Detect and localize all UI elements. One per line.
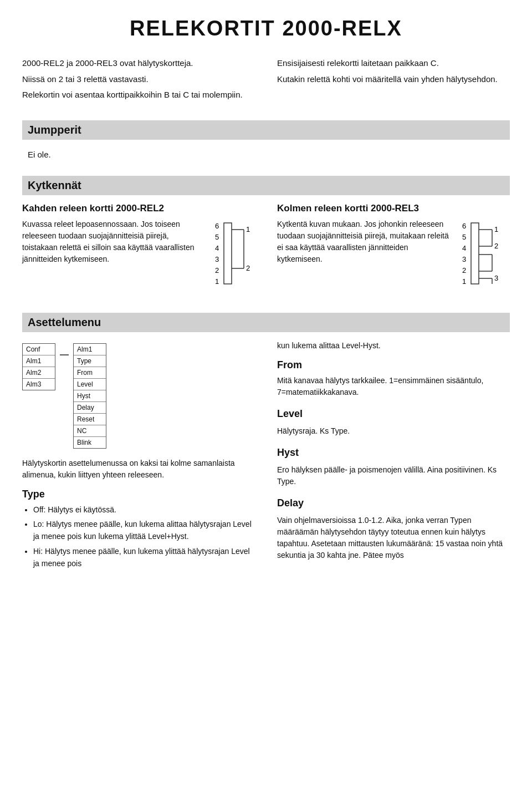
svg-text:3: 3 bbox=[462, 255, 466, 263]
main-right: kun lukema alittaa Level-Hyst. From Mitä… bbox=[277, 340, 510, 572]
intro-section: 2000-REL2 ja 2000-REL3 ovat hälytyskortt… bbox=[22, 57, 510, 105]
svg-text:4: 4 bbox=[215, 244, 219, 252]
rel3-title: Kolmen releen kortti 2000-REL3 bbox=[277, 203, 510, 214]
intro-right-p2: Kutakin relettä kohti voi määritellä vai… bbox=[277, 73, 510, 86]
menu-item-from: From bbox=[74, 367, 106, 379]
rel2-inner: Kuvassa releet lepoasennossaan. Jos tois… bbox=[22, 218, 255, 291]
intro-right: Ensisijaisesti relekortti laitetaan paik… bbox=[277, 57, 510, 105]
delay-text: Vain ohjelmaversioissa 1.0-1.2. Aika, jo… bbox=[277, 515, 510, 561]
svg-text:5: 5 bbox=[462, 233, 466, 241]
menu-item-alm2: Alm2 bbox=[23, 367, 55, 379]
rel3-text: Kytkentä kuvan mukaan. Jos johonkin rele… bbox=[277, 218, 451, 265]
asettelumenu-desc: Hälytyskortin asettelumenussa on kaksi t… bbox=[22, 457, 255, 481]
rel3-intro: Kytkentä kuvan mukaan. bbox=[277, 220, 362, 228]
jumpperit-section: Jumpperit Ei ole. bbox=[22, 120, 510, 165]
svg-text:2: 2 bbox=[462, 266, 466, 274]
menu-item-type: Type bbox=[74, 355, 106, 367]
svg-text:3: 3 bbox=[494, 274, 498, 282]
asettelumenu-section: Asettelumenu Conf Alm1 Alm2 Alm3 bbox=[22, 313, 510, 572]
type-bullet-0: Off: Hälytys ei käytössä. bbox=[33, 504, 255, 516]
svg-rect-6 bbox=[224, 223, 232, 284]
rel2-title: Kahden releen kortti 2000-REL2 bbox=[22, 203, 255, 214]
kytkennät-header: Kytkennät bbox=[22, 176, 510, 195]
svg-text:2: 2 bbox=[215, 266, 219, 274]
menu-diagram: Conf Alm1 Alm2 Alm3 Alm1 Type From Le bbox=[22, 343, 106, 449]
rel2-block: Kahden releen kortti 2000-REL2 Kuvassa r… bbox=[22, 203, 255, 296]
kytkennät-content: Kahden releen kortti 2000-REL2 Kuvassa r… bbox=[22, 203, 510, 302]
kytkennät-section: Kytkennät Kahden releen kortti 2000-REL2… bbox=[22, 176, 510, 302]
main-left: Conf Alm1 Alm2 Alm3 Alm1 Type From Le bbox=[22, 340, 255, 572]
jumpperit-header: Jumpperit bbox=[22, 120, 510, 140]
main-two-col: Conf Alm1 Alm2 Alm3 Alm1 Type From Le bbox=[22, 340, 510, 572]
hyst-text: Ero hälyksen päälle- ja poismenojen väli… bbox=[277, 464, 510, 487]
menu-box-right: Alm1 Type From Level Hyst Delay Reset NC… bbox=[73, 343, 106, 449]
hyst-title: Hyst bbox=[277, 445, 510, 461]
type-bullet-1: Lo: Hälytys menee päälle, kun lukema ali… bbox=[33, 518, 255, 543]
menu-item-blink: Blink bbox=[74, 437, 106, 448]
svg-text:1: 1 bbox=[462, 277, 466, 286]
svg-text:1: 1 bbox=[246, 225, 250, 233]
from-text: Mitä kanavaa hälytys tarkkailee. 1=ensim… bbox=[277, 375, 510, 398]
page-title: RELEKORTIT 2000-RELX bbox=[22, 17, 510, 40]
rel3-diagram: 6 5 4 3 2 1 bbox=[460, 218, 510, 296]
type-title: Type bbox=[22, 489, 255, 500]
rel2-svg: 6 5 4 3 2 1 1 2 bbox=[211, 218, 255, 291]
delay-title: Delay bbox=[277, 495, 510, 511]
menu-item-reset: Reset bbox=[74, 414, 106, 425]
rel3-inner: Kytkentä kuvan mukaan. Jos johonkin rele… bbox=[277, 218, 510, 296]
svg-text:1: 1 bbox=[215, 277, 219, 286]
rel3-svg: 6 5 4 3 2 1 bbox=[460, 218, 510, 296]
svg-text:6: 6 bbox=[215, 222, 219, 230]
rel2-intro: Kuvassa releet lepoasennossaan. bbox=[22, 220, 139, 228]
connector-line bbox=[60, 354, 69, 355]
from-title: From bbox=[277, 357, 510, 373]
menu-item-level: Level bbox=[74, 379, 106, 390]
intro-left: 2000-REL2 ja 2000-REL3 ovat hälytyskortt… bbox=[22, 57, 255, 105]
rel2-text: Kuvassa releet lepoasennossaan. Jos tois… bbox=[22, 218, 202, 265]
menu-item-nc: NC bbox=[74, 425, 106, 437]
menu-connector bbox=[60, 343, 69, 355]
svg-text:6: 6 bbox=[462, 222, 466, 230]
menu-item-delay: Delay bbox=[74, 402, 106, 414]
menu-item-alm3: Alm3 bbox=[23, 379, 55, 390]
svg-text:1: 1 bbox=[494, 225, 498, 233]
svg-rect-18 bbox=[471, 223, 479, 284]
jumpperit-content: Ei ole. bbox=[22, 148, 510, 165]
type-bullets: Off: Hälytys ei käytössä. Lo: Hälytys me… bbox=[22, 504, 255, 570]
svg-text:3: 3 bbox=[215, 255, 219, 263]
level-title: Level bbox=[277, 406, 510, 422]
menu-item-hyst: Hyst bbox=[74, 390, 106, 402]
svg-text:5: 5 bbox=[215, 233, 219, 241]
level-hyst-note: kun lukema alittaa Level-Hyst. bbox=[277, 340, 510, 352]
intro-left-p3: Relekortin voi asentaa korttipaikkoihin … bbox=[22, 89, 255, 101]
intro-right-p1: Ensisijaisesti relekortti laitetaan paik… bbox=[277, 57, 510, 70]
menu-item-alm1-r: Alm1 bbox=[74, 344, 106, 355]
svg-text:2: 2 bbox=[246, 264, 250, 272]
rel3-block: Kolmen releen kortti 2000-REL3 Kytkentä … bbox=[277, 203, 510, 296]
asettelumenu-header: Asettelumenu bbox=[22, 313, 510, 332]
intro-left-p2: Niissä on 2 tai 3 relettä vastavasti. bbox=[22, 73, 255, 86]
intro-left-p1: 2000-REL2 ja 2000-REL3 ovat hälytyskortt… bbox=[22, 57, 255, 70]
svg-text:2: 2 bbox=[494, 242, 498, 250]
type-bullet-2: Hi: Hälytys menee päälle, kun lukema yli… bbox=[33, 545, 255, 570]
menu-item-alm1: Alm1 bbox=[23, 355, 55, 367]
menu-item-conf: Conf bbox=[23, 344, 55, 355]
rel2-diagram: 6 5 4 3 2 1 1 2 bbox=[211, 218, 255, 291]
svg-text:4: 4 bbox=[462, 244, 466, 252]
level-text: Hälytysraja. Ks Type. bbox=[277, 425, 510, 437]
menu-box-left: Conf Alm1 Alm2 Alm3 bbox=[22, 343, 55, 390]
menu-diagram-area: Conf Alm1 Alm2 Alm3 Alm1 Type From Le bbox=[22, 340, 255, 452]
